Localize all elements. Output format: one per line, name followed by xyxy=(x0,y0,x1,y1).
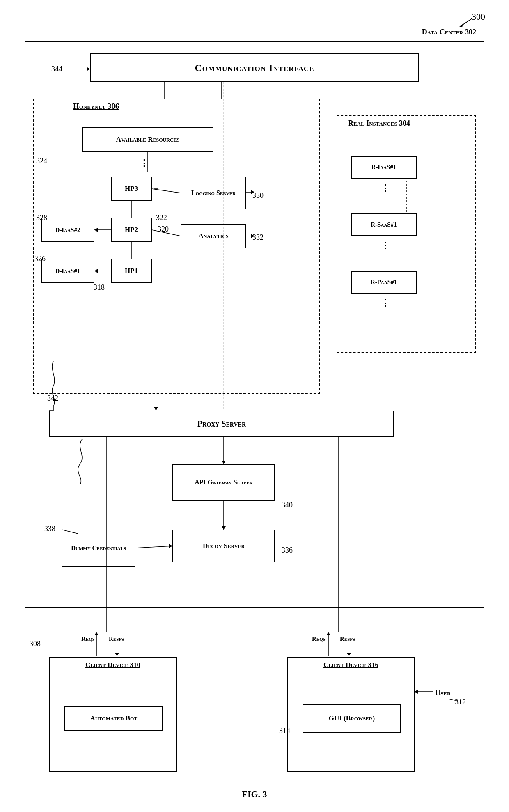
client-316-title: Client Device 316 xyxy=(288,658,414,669)
gui-browser-label: GUI (Browser) xyxy=(329,714,375,723)
user-label: User xyxy=(435,689,451,697)
resps-310-label: Resps xyxy=(109,635,124,642)
d-iaas2-label: D-IaaS#2 xyxy=(55,227,80,234)
avail-resources-label: Available Resources xyxy=(116,135,180,144)
analytics-box: Analytics xyxy=(181,224,246,248)
ref-344: 344 xyxy=(51,65,62,73)
client-316-outer: Client Device 316 GUI (Browser) xyxy=(287,657,415,772)
svg-marker-39 xyxy=(415,690,418,694)
ref-312: 312 xyxy=(455,698,466,706)
r-iaas1-label: R-IaaS#1 xyxy=(371,164,397,171)
ref-340: 340 xyxy=(282,501,293,509)
dots-paas: ⋮ xyxy=(381,298,390,308)
ref-332: 332 xyxy=(252,233,264,242)
proxy-server-box: Proxy Server xyxy=(49,411,394,437)
reqs-316-label: Reqs xyxy=(312,635,326,642)
hp3-box: HP3 xyxy=(111,177,152,201)
fig-label: FIG. 3 xyxy=(242,789,267,800)
hp1-box: HP1 xyxy=(111,259,152,283)
ref-342: 342 xyxy=(47,394,58,403)
comm-interface-label: Communication Interface xyxy=(195,62,314,73)
analytics-label: Analytics xyxy=(198,232,228,240)
auto-bot-label: Automated Bot xyxy=(90,714,138,723)
ref-330: 330 xyxy=(252,191,264,200)
svg-marker-1 xyxy=(460,24,463,27)
r-saas1-label: R-SaaS#1 xyxy=(371,221,397,228)
diagram-container: 300 Data Center 302 Communication Interf… xyxy=(0,0,509,812)
comm-interface-box: Communication Interface xyxy=(90,53,419,82)
api-gateway-label: API Gateway Server xyxy=(195,479,252,486)
decoy-server-label: Decoy Server xyxy=(203,542,245,550)
d-iaas2-box: D-IaaS#2 xyxy=(41,218,94,242)
svg-marker-3 xyxy=(87,67,90,71)
data-center-label: Data Center 302 xyxy=(422,28,476,37)
logging-server-box: Logging Server xyxy=(181,177,246,209)
ref-318: 318 xyxy=(94,283,105,292)
ref-336: 336 xyxy=(282,546,293,555)
decoy-server-box: Decoy Server xyxy=(172,530,275,562)
client-310-title: Client Device 310 xyxy=(50,658,176,669)
r-iaas1-box: R-IaaS#1 xyxy=(351,156,417,179)
ref-308: 308 xyxy=(30,640,41,648)
hp2-box: HP2 xyxy=(111,218,152,242)
arrow-300-icon xyxy=(456,16,476,29)
dummy-creds-label: Dummy Credentials xyxy=(71,545,126,552)
ref-320: 320 xyxy=(158,225,169,234)
d-iaas1-box: D-IaaS#1 xyxy=(41,259,94,283)
ref-338: 338 xyxy=(44,525,55,533)
r-saas1-box: R-SaaS#1 xyxy=(351,213,417,236)
r-paas1-box: R-PaaS#1 xyxy=(351,271,417,294)
svg-marker-35 xyxy=(347,653,351,656)
r-paas1-label: R-PaaS#1 xyxy=(371,279,397,286)
logging-server-label: Logging Server xyxy=(191,189,236,197)
avail-resources-box: Available Resources xyxy=(82,127,213,152)
dots-avail: ⋮ xyxy=(140,158,150,169)
proxy-server-label: Proxy Server xyxy=(197,419,246,429)
reqs-310-label: Reqs xyxy=(81,635,95,642)
gui-browser-box: GUI (Browser) xyxy=(303,704,401,733)
d-iaas1-label: D-IaaS#1 xyxy=(55,268,80,275)
real-instances-label: Real Instances 304 xyxy=(348,119,410,128)
honeynet-label: Honeynet 306 xyxy=(73,102,119,111)
svg-marker-33 xyxy=(326,632,330,635)
hp3-label: HP3 xyxy=(125,185,138,193)
ref-328: 328 xyxy=(36,213,47,222)
ref-324: 324 xyxy=(36,157,47,165)
resps-316-label: Resps xyxy=(340,635,355,642)
ref-314: 314 xyxy=(279,727,290,735)
dummy-creds-box: Dummy Credentials xyxy=(62,530,135,567)
hp2-label: HP2 xyxy=(125,226,138,234)
api-gateway-box: API Gateway Server xyxy=(172,464,275,501)
ref-322a: 322 xyxy=(156,213,167,222)
hp1-label: HP1 xyxy=(125,267,138,275)
auto-bot-box: Automated Bot xyxy=(64,706,163,731)
dots-iaas: ⋮ xyxy=(381,183,390,193)
client-310-outer: Client Device 310 Automated Bot xyxy=(49,657,177,772)
svg-marker-29 xyxy=(94,632,99,635)
ref-326: 326 xyxy=(34,255,46,263)
arrow-344-icon xyxy=(68,61,92,73)
dots-saas: ⋮ xyxy=(381,240,390,251)
svg-marker-31 xyxy=(115,653,119,656)
